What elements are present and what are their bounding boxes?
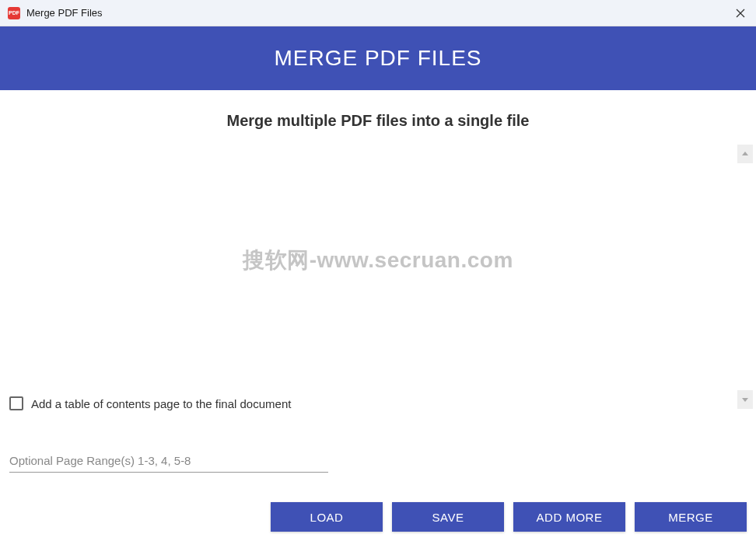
- bottom-section: Add a table of contents page to the fina…: [0, 396, 756, 541]
- reorder-controls: [737, 145, 756, 409]
- window-titlebar: PDF Merge PDF Files: [0, 0, 756, 26]
- add-more-button[interactable]: ADD MORE: [513, 502, 625, 532]
- arrow-up-icon: [741, 150, 749, 158]
- close-icon: [736, 9, 745, 18]
- close-button[interactable]: [725, 0, 756, 26]
- merge-button[interactable]: MERGE: [635, 502, 747, 532]
- action-button-row: LOAD SAVE ADD MORE MERGE: [9, 502, 747, 532]
- move-up-button[interactable]: [737, 145, 753, 163]
- load-button[interactable]: LOAD: [271, 502, 383, 532]
- toc-checkbox-label: Add a table of contents page to the fina…: [31, 397, 291, 410]
- app-icon: PDF: [8, 7, 20, 19]
- header-banner: MERGE PDF FILES: [0, 26, 756, 90]
- toc-option-row: Add a table of contents page to the fina…: [9, 396, 747, 410]
- watermark-text: 搜软网-www.secruan.com: [243, 246, 513, 275]
- page-subtitle: Merge multiple PDF files into a single f…: [0, 90, 756, 145]
- app-icon-label: PDF: [9, 10, 19, 16]
- page-range-input[interactable]: [9, 449, 328, 473]
- content-area: Merge multiple PDF files into a single f…: [0, 90, 756, 541]
- save-button[interactable]: SAVE: [392, 502, 504, 532]
- toc-checkbox[interactable]: [9, 396, 23, 410]
- window-title: Merge PDF Files: [26, 7, 725, 19]
- header-title: MERGE PDF FILES: [274, 46, 481, 71]
